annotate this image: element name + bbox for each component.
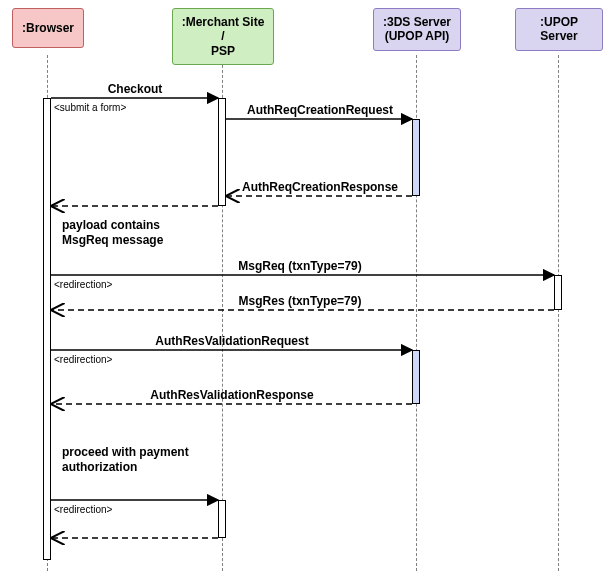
msg-msgreq: MsgReq (txnType=79): [200, 259, 400, 273]
guard-redirection-1: <redirection>: [54, 279, 112, 290]
lifeline-upop: [558, 55, 559, 571]
participant-3ds: :3DS Server(UPOP API): [373, 8, 461, 51]
participant-upop: :UPOP Server: [515, 8, 603, 51]
guard-submit-form: <submit a form>: [54, 102, 126, 113]
msg-authreqcreationresponse: AuthReqCreationResponse: [220, 180, 420, 194]
note-payload: payload contains MsgReq message: [62, 218, 163, 248]
sequence-diagram: :Browser :Merchant Site /PSP :3DS Server…: [0, 0, 606, 581]
activation-upop: [554, 275, 562, 310]
note-proceed: proceed with payment authorization: [62, 445, 189, 475]
guard-redirection-2: <redirection>: [54, 354, 112, 365]
participant-3ds-label: :3DS Server(UPOP API): [383, 15, 451, 44]
participant-upop-label: :UPOP Server: [524, 15, 594, 44]
activation-3ds-2: [412, 350, 420, 404]
msg-authreqcreationrequest: AuthReqCreationRequest: [220, 103, 420, 117]
guard-redirection-3: <redirection>: [54, 504, 112, 515]
activation-browser-main: [43, 98, 51, 560]
msg-authresvalidationresponse: AuthResValidationResponse: [132, 388, 332, 402]
participant-merchant: :Merchant Site /PSP: [172, 8, 274, 65]
msg-msgres: MsgRes (txnType=79): [200, 294, 400, 308]
participant-merchant-label: :Merchant Site /PSP: [181, 15, 265, 58]
msg-authresvalidationrequest: AuthResValidationRequest: [132, 334, 332, 348]
participant-browser: :Browser: [12, 8, 84, 48]
activation-merchant-2: [218, 500, 226, 538]
participant-browser-label: :Browser: [22, 21, 74, 35]
msg-checkout: Checkout: [35, 82, 235, 96]
